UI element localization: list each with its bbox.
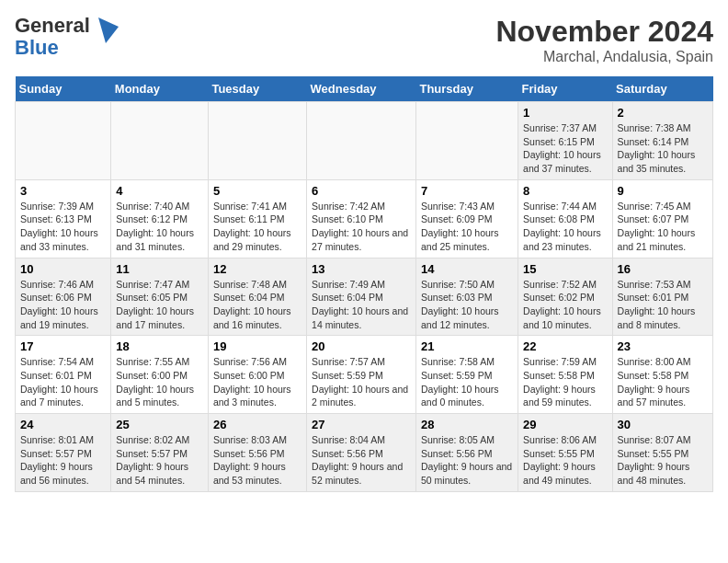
day-info: Sunrise: 7:57 AM Sunset: 5:59 PM Dayligh…: [312, 355, 411, 409]
calendar-table: Sunday Monday Tuesday Wednesday Thursday…: [15, 76, 713, 492]
header-monday: Monday: [111, 76, 209, 102]
calendar-day-cell: 1Sunrise: 7:37 AM Sunset: 6:15 PM Daylig…: [518, 102, 613, 180]
day-info: Sunrise: 7:39 AM Sunset: 6:13 PM Dayligh…: [20, 200, 106, 254]
calendar-day-cell: 16Sunrise: 7:53 AM Sunset: 6:01 PM Dayli…: [612, 258, 712, 336]
day-info: Sunrise: 7:37 AM Sunset: 6:15 PM Dayligh…: [523, 121, 608, 176]
day-info: Sunrise: 7:48 AM Sunset: 6:04 PM Dayligh…: [213, 278, 301, 332]
calendar-day-cell: 23Sunrise: 8:00 AM Sunset: 5:58 PM Dayli…: [612, 336, 712, 414]
day-info: Sunrise: 7:40 AM Sunset: 6:12 PM Dayligh…: [116, 200, 203, 254]
header-sunday: Sunday: [16, 76, 111, 102]
page-header: General Blue November 2024 Marchal, Anda…: [15, 15, 713, 65]
page-subtitle: Marchal, Andalusia, Spain: [495, 49, 713, 65]
day-info: Sunrise: 7:55 AM Sunset: 6:00 PM Dayligh…: [116, 355, 203, 409]
day-info: Sunrise: 7:45 AM Sunset: 6:07 PM Dayligh…: [618, 200, 708, 254]
day-number: 8: [523, 184, 608, 198]
day-number: 25: [116, 418, 203, 431]
calendar-day-cell: 7Sunrise: 7:43 AM Sunset: 6:09 PM Daylig…: [415, 179, 518, 258]
calendar-day-cell: 19Sunrise: 7:56 AM Sunset: 6:00 PM Dayli…: [208, 336, 306, 414]
calendar-day-cell: 30Sunrise: 8:07 AM Sunset: 5:55 PM Dayli…: [612, 414, 712, 492]
header-friday: Friday: [518, 76, 613, 102]
day-number: 23: [618, 339, 708, 353]
header-thursday: Thursday: [415, 76, 518, 102]
calendar-day-cell: 4Sunrise: 7:40 AM Sunset: 6:12 PM Daylig…: [111, 179, 209, 258]
calendar-day-cell: [307, 102, 416, 180]
day-number: 29: [523, 418, 608, 431]
header-wednesday: Wednesday: [307, 76, 416, 102]
svg-marker-0: [98, 17, 119, 43]
calendar-day-cell: 10Sunrise: 7:46 AM Sunset: 6:06 PM Dayli…: [16, 258, 111, 336]
day-info: Sunrise: 7:46 AM Sunset: 6:06 PM Dayligh…: [20, 278, 106, 332]
day-info: Sunrise: 7:43 AM Sunset: 6:09 PM Dayligh…: [421, 200, 513, 254]
calendar-header-row: Sunday Monday Tuesday Wednesday Thursday…: [16, 76, 713, 102]
calendar-day-cell: [415, 102, 518, 180]
calendar-day-cell: 14Sunrise: 7:50 AM Sunset: 6:03 PM Dayli…: [415, 258, 518, 336]
calendar-day-cell: 15Sunrise: 7:52 AM Sunset: 6:02 PM Dayli…: [518, 258, 613, 336]
calendar-day-cell: 22Sunrise: 7:59 AM Sunset: 5:58 PM Dayli…: [518, 336, 613, 414]
day-info: Sunrise: 7:52 AM Sunset: 6:02 PM Dayligh…: [523, 278, 608, 332]
day-info: Sunrise: 8:06 AM Sunset: 5:55 PM Dayligh…: [523, 433, 608, 488]
day-number: 20: [312, 339, 411, 353]
day-info: Sunrise: 8:01 AM Sunset: 5:57 PM Dayligh…: [20, 433, 106, 488]
day-info: Sunrise: 8:07 AM Sunset: 5:55 PM Dayligh…: [618, 433, 708, 488]
day-number: 1: [523, 106, 608, 120]
day-number: 27: [312, 418, 411, 431]
day-number: 7: [421, 184, 513, 198]
calendar-day-cell: 21Sunrise: 7:58 AM Sunset: 5:59 PM Dayli…: [415, 336, 518, 414]
calendar-day-cell: 26Sunrise: 8:03 AM Sunset: 5:56 PM Dayli…: [208, 414, 306, 492]
title-block: November 2024 Marchal, Andalusia, Spain: [495, 15, 713, 65]
calendar-week-row: 3Sunrise: 7:39 AM Sunset: 6:13 PM Daylig…: [16, 179, 713, 258]
calendar-day-cell: 6Sunrise: 7:42 AM Sunset: 6:10 PM Daylig…: [307, 179, 416, 258]
day-info: Sunrise: 8:03 AM Sunset: 5:56 PM Dayligh…: [213, 433, 301, 488]
day-number: 11: [116, 262, 203, 276]
calendar-day-cell: 27Sunrise: 8:04 AM Sunset: 5:56 PM Dayli…: [307, 414, 416, 492]
day-info: Sunrise: 7:44 AM Sunset: 6:08 PM Dayligh…: [523, 200, 608, 254]
day-number: 30: [618, 418, 708, 431]
day-number: 15: [523, 262, 608, 276]
logo: General Blue: [15, 15, 119, 59]
day-info: Sunrise: 7:50 AM Sunset: 6:03 PM Dayligh…: [421, 278, 513, 332]
calendar-day-cell: 17Sunrise: 7:54 AM Sunset: 6:01 PM Dayli…: [16, 336, 111, 414]
day-info: Sunrise: 7:42 AM Sunset: 6:10 PM Dayligh…: [312, 200, 411, 254]
day-number: 19: [213, 339, 301, 353]
calendar-day-cell: [16, 102, 111, 180]
header-saturday: Saturday: [612, 76, 712, 102]
calendar-day-cell: 5Sunrise: 7:41 AM Sunset: 6:11 PM Daylig…: [208, 179, 306, 258]
calendar-day-cell: 29Sunrise: 8:06 AM Sunset: 5:55 PM Dayli…: [518, 414, 613, 492]
day-info: Sunrise: 8:02 AM Sunset: 5:57 PM Dayligh…: [116, 433, 203, 488]
day-info: Sunrise: 7:47 AM Sunset: 6:05 PM Dayligh…: [116, 278, 203, 332]
calendar-day-cell: 12Sunrise: 7:48 AM Sunset: 6:04 PM Dayli…: [208, 258, 306, 336]
day-info: Sunrise: 8:05 AM Sunset: 5:56 PM Dayligh…: [421, 433, 513, 488]
day-number: 2: [618, 106, 708, 120]
day-number: 3: [20, 184, 106, 198]
day-number: 12: [213, 262, 301, 276]
day-number: 28: [421, 418, 513, 431]
calendar-week-row: 10Sunrise: 7:46 AM Sunset: 6:06 PM Dayli…: [16, 258, 713, 336]
calendar-day-cell: 25Sunrise: 8:02 AM Sunset: 5:57 PM Dayli…: [111, 414, 209, 492]
page-title: November 2024: [495, 15, 713, 49]
calendar-week-row: 24Sunrise: 8:01 AM Sunset: 5:57 PM Dayli…: [16, 414, 713, 492]
day-number: 9: [618, 184, 708, 198]
calendar-week-row: 1Sunrise: 7:37 AM Sunset: 6:15 PM Daylig…: [16, 102, 713, 180]
logo-arrow-icon: [98, 17, 119, 43]
day-number: 21: [421, 339, 513, 353]
day-info: Sunrise: 7:38 AM Sunset: 6:14 PM Dayligh…: [618, 121, 708, 176]
day-number: 22: [523, 339, 608, 353]
day-number: 16: [618, 262, 708, 276]
calendar-week-row: 17Sunrise: 7:54 AM Sunset: 6:01 PM Dayli…: [16, 336, 713, 414]
day-number: 10: [20, 262, 106, 276]
day-info: Sunrise: 7:41 AM Sunset: 6:11 PM Dayligh…: [213, 200, 301, 254]
day-number: 6: [312, 184, 411, 198]
day-info: Sunrise: 7:59 AM Sunset: 5:58 PM Dayligh…: [523, 355, 608, 409]
day-number: 24: [20, 418, 106, 431]
day-number: 13: [312, 262, 411, 276]
header-tuesday: Tuesday: [208, 76, 306, 102]
calendar-day-cell: 18Sunrise: 7:55 AM Sunset: 6:00 PM Dayli…: [111, 336, 209, 414]
day-info: Sunrise: 7:54 AM Sunset: 6:01 PM Dayligh…: [20, 355, 106, 409]
calendar-day-cell: 9Sunrise: 7:45 AM Sunset: 6:07 PM Daylig…: [612, 179, 712, 258]
day-info: Sunrise: 8:00 AM Sunset: 5:58 PM Dayligh…: [618, 355, 708, 409]
day-info: Sunrise: 7:58 AM Sunset: 5:59 PM Dayligh…: [421, 355, 513, 409]
day-number: 17: [20, 339, 106, 353]
calendar-day-cell: 24Sunrise: 8:01 AM Sunset: 5:57 PM Dayli…: [16, 414, 111, 492]
calendar-day-cell: 20Sunrise: 7:57 AM Sunset: 5:59 PM Dayli…: [307, 336, 416, 414]
day-info: Sunrise: 7:53 AM Sunset: 6:01 PM Dayligh…: [618, 278, 708, 332]
